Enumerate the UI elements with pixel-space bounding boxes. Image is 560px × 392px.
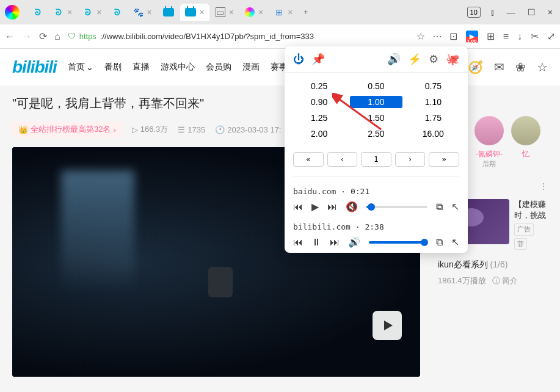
pointer-icon[interactable]: ↖ <box>451 236 459 248</box>
expand-icon[interactable]: ⤢ <box>547 31 555 42</box>
reload-button[interactable]: ⟳ <box>39 31 47 42</box>
tab-active[interactable]: × <box>180 4 209 21</box>
close-window-button[interactable]: × <box>545 5 555 20</box>
volume-icon[interactable]: 🔊 <box>348 236 360 248</box>
volume-slider[interactable] <box>369 241 427 244</box>
tab-10[interactable]: ⊞× <box>269 4 297 21</box>
close-icon[interactable]: × <box>67 7 72 17</box>
tab-3[interactable]: ᘐ× <box>78 4 106 21</box>
avatar <box>475 116 504 145</box>
skip-forward-icon[interactable]: ⏭ <box>330 237 340 248</box>
forward-fast-button[interactable]: » <box>429 152 459 167</box>
close-icon[interactable]: × <box>288 7 293 17</box>
minimize-button[interactable]: — <box>504 5 518 20</box>
speed-option[interactable]: 0.25 <box>293 80 345 92</box>
skip-back-icon[interactable]: ⏮ <box>293 201 303 212</box>
skip-forward-icon[interactable]: ⏭ <box>327 201 337 212</box>
playlist-title[interactable]: ikun必看系列 (1/6) <box>438 260 548 270</box>
floating-play-button[interactable] <box>373 311 402 340</box>
new-tab-button[interactable]: + <box>299 4 313 20</box>
tab-8[interactable]: ▭× <box>211 4 239 21</box>
tab-2[interactable]: ᘐ× <box>49 4 77 21</box>
star-icon[interactable]: ☆ <box>537 60 548 74</box>
power-icon[interactable]: ⏻ <box>293 53 304 66</box>
home-button[interactable]: ⌂ <box>54 31 60 42</box>
browser-logo[interactable] <box>5 5 20 20</box>
pause-icon[interactable]: ⏸ <box>311 237 321 248</box>
speed-option[interactable]: 1.25 <box>293 112 345 124</box>
menu-icon[interactable]: ≡ <box>503 31 509 42</box>
tab-9[interactable]: × <box>240 4 268 21</box>
forward-button[interactable]: › <box>395 152 426 167</box>
download-icon[interactable]: ↓ <box>517 31 522 42</box>
speed-option[interactable]: 2.50 <box>350 128 402 140</box>
bolt-icon[interactable]: ⚡ <box>408 53 421 66</box>
more-icon[interactable]: ⋮ <box>539 181 548 191</box>
tab-5[interactable]: 🐾× <box>128 4 156 21</box>
tab-6[interactable] <box>158 4 179 20</box>
url-input[interactable]: 🛡 https://www.bilibili.com/video/BV1HX4y… <box>68 32 409 41</box>
scissors-icon[interactable]: ✂ <box>531 31 539 42</box>
address-bar: ← → ⟳ ⌂ 🛡 https://www.bilibili.com/video… <box>0 24 560 49</box>
view-count: ▷166.3万 <box>132 124 169 135</box>
compass-icon[interactable]: 🧭 <box>468 60 483 74</box>
extension-icon[interactable]: ⊡ <box>449 31 457 42</box>
nav-game[interactable]: 游戏中心 <box>161 62 195 73</box>
speed-option[interactable]: 2.00 <box>293 128 345 140</box>
bookmark-star-icon[interactable]: ☆ <box>416 31 425 42</box>
speed-option[interactable]: 0.75 <box>407 80 459 92</box>
sidebar-toggle-icon[interactable]: ⫿ <box>488 5 497 20</box>
speed-option[interactable]: 1.50 <box>350 112 402 124</box>
speed-option[interactable]: 0.90 <box>293 96 345 108</box>
danmaku-count: ☰1735 <box>178 125 205 134</box>
gear-icon[interactable]: ⚙ <box>429 53 438 66</box>
more-icon[interactable]: ⋯ <box>432 31 442 42</box>
speed-grid: 0.250.500.750.901.001.101.251.501.752.00… <box>285 73 468 147</box>
mute-icon[interactable]: 🔇 <box>346 201 358 212</box>
nav-manga[interactable]: 漫画 <box>242 62 260 73</box>
maximize-button[interactable]: ☐ <box>525 5 538 20</box>
pin-icon[interactable]: 📌 <box>311 53 325 66</box>
rewind-fast-button[interactable]: « <box>293 152 324 167</box>
rewind-button[interactable]: ‹ <box>327 152 358 167</box>
speed-option[interactable]: 1.75 <box>407 112 459 124</box>
baidu-icon: 🐾 <box>133 7 143 17</box>
speed-option[interactable]: 1.10 <box>407 96 459 108</box>
close-icon[interactable]: × <box>200 7 205 17</box>
tab-4[interactable]: ᘐ <box>107 4 127 21</box>
pip-icon[interactable]: ⧉ <box>436 237 443 248</box>
forward-button[interactable]: → <box>22 31 32 42</box>
play-icon[interactable]: ▶ <box>311 201 319 212</box>
github-icon[interactable]: 🐙 <box>446 53 459 66</box>
speed-option[interactable]: 16.00 <box>407 128 459 140</box>
speed-option[interactable]: 1.00 <box>350 96 402 108</box>
creator-avatar-3[interactable]: 忆 <box>511 116 540 169</box>
volume-icon[interactable]: 🔊 <box>387 53 401 66</box>
speed-input[interactable]: 1 <box>361 152 391 167</box>
nav-home[interactable]: 首页 ⌄ <box>68 62 93 73</box>
pip-icon[interactable]: ⧉ <box>436 201 443 212</box>
media-label: bilibili.com · 2:38 <box>293 222 459 231</box>
nav-member[interactable]: 会员购 <box>206 62 231 73</box>
message-icon[interactable]: ✉ <box>494 60 504 74</box>
close-icon[interactable]: × <box>96 7 101 17</box>
speed-option[interactable]: 0.50 <box>350 80 402 92</box>
tab-count-badge[interactable]: 10 <box>467 7 481 18</box>
activity-icon[interactable]: ❀ <box>515 60 526 74</box>
nav-anime[interactable]: 番剧 <box>104 62 122 73</box>
tab-1[interactable]: ᘐ <box>28 4 48 21</box>
volume-slider[interactable] <box>366 206 427 208</box>
close-icon[interactable]: × <box>147 7 151 17</box>
creator-avatar-2[interactable]: -氮磷钾- 后期 <box>475 116 504 169</box>
nav-live[interactable]: 直播 <box>133 62 150 73</box>
speed-extension-icon[interactable]: ▶1.00 <box>466 31 478 43</box>
grid-extension-icon[interactable]: ⊞ <box>487 31 495 42</box>
close-icon[interactable]: × <box>229 7 234 17</box>
back-button[interactable]: ← <box>5 31 15 42</box>
close-icon[interactable]: × <box>258 7 263 17</box>
pointer-icon[interactable]: ↖ <box>451 201 459 212</box>
info-icon[interactable]: ⓘ 简介 <box>492 275 518 286</box>
rank-badge[interactable]: 👑全站排行榜最高第32名 › <box>12 122 122 137</box>
skip-back-icon[interactable]: ⏮ <box>293 237 303 248</box>
bilibili-logo[interactable]: bilibili <box>12 57 57 77</box>
